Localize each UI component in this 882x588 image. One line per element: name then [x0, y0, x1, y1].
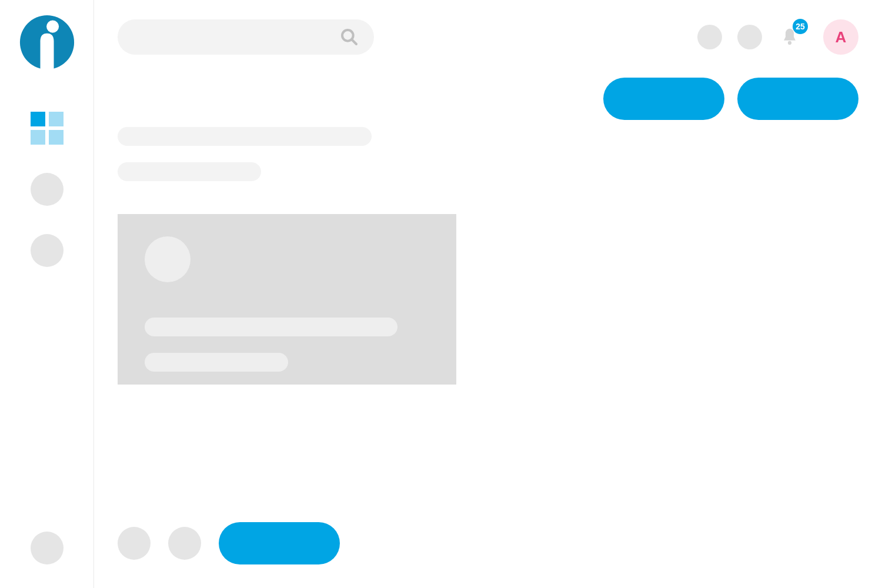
grid-icon-cell [49, 130, 64, 145]
svg-line-3 [352, 39, 356, 44]
app-logo[interactable] [19, 14, 75, 71]
card-line-1-skeleton [145, 318, 397, 336]
notification-badge: 25 [793, 19, 808, 34]
search-input[interactable] [118, 19, 374, 55]
sidebar-item-dashboard[interactable] [31, 112, 64, 145]
topbar-action-1[interactable] [697, 25, 722, 49]
topbar-action-2[interactable] [737, 25, 762, 49]
main-area: 25 A [94, 0, 882, 588]
page-subtitle-skeleton [118, 162, 261, 181]
card-avatar-skeleton [145, 236, 191, 282]
topbar-right: 25 A [697, 19, 858, 55]
avatar-initial: A [836, 28, 847, 46]
bottom-toolbar [118, 522, 340, 564]
search-icon [340, 28, 359, 46]
topbar: 25 A [118, 18, 858, 56]
grid-icon-cell [31, 130, 45, 145]
notifications-button[interactable]: 25 [777, 25, 802, 49]
bottom-action-2[interactable] [168, 527, 201, 560]
content-card [118, 214, 456, 385]
page-title-skeleton [118, 127, 372, 146]
header-actions [603, 78, 858, 120]
sidebar-item-bottom[interactable] [31, 532, 64, 564]
grid-icon-cell [31, 112, 45, 126]
svg-point-1 [46, 21, 59, 33]
grid-icon-cell [49, 112, 64, 126]
primary-action-button[interactable] [603, 78, 724, 120]
svg-point-4 [788, 41, 791, 45]
sidebar-item-placeholder-1[interactable] [31, 173, 64, 206]
sidebar-item-placeholder-2[interactable] [31, 234, 64, 267]
secondary-action-button[interactable] [737, 78, 858, 120]
bottom-primary-button[interactable] [219, 522, 340, 564]
card-line-2-skeleton [145, 353, 288, 372]
content-area [118, 127, 858, 385]
bottom-action-1[interactable] [118, 527, 151, 560]
sidebar [0, 0, 94, 588]
avatar[interactable]: A [823, 19, 858, 55]
